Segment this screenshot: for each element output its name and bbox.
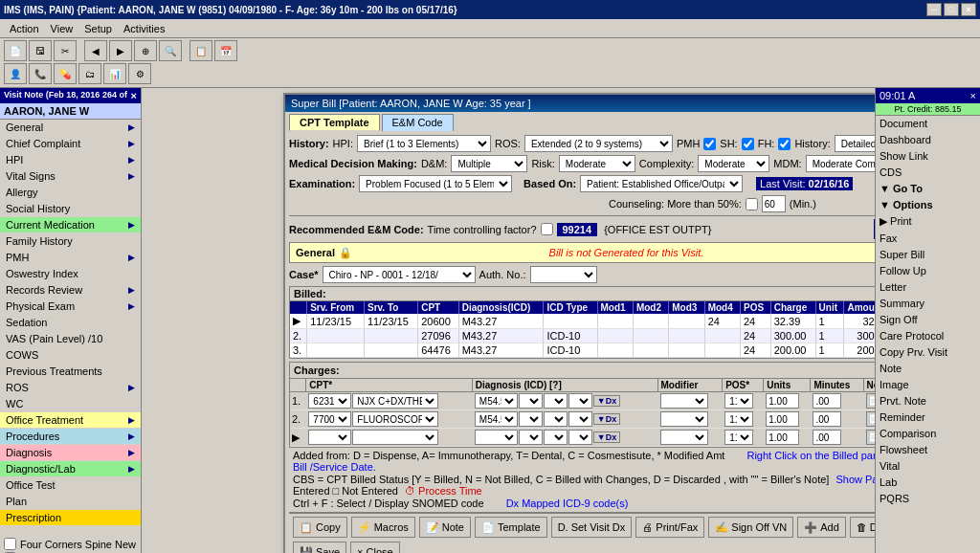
copy-button[interactable]: 📋 Copy [293, 517, 347, 538]
menu-setup[interactable]: Setup [78, 21, 118, 36]
mdm-select[interactable]: Moderate Complexity [806, 155, 875, 172]
dx1-button[interactable]: ▼Dx [593, 395, 620, 407]
menu-action[interactable]: Action [4, 21, 45, 36]
right-item-super-bill[interactable]: Super Bill [876, 247, 980, 263]
sidebar-item-sedation[interactable]: Sedation [0, 315, 141, 331]
sidebar-item-diagnosis[interactable]: Diagnosis▶ [0, 445, 141, 461]
mod3-select[interactable] [660, 430, 708, 445]
chk-four-corners[interactable] [4, 538, 16, 550]
sidebar-item-current-medication[interactable]: Current Medication▶ [0, 217, 141, 233]
mod2-select[interactable] [660, 411, 708, 427]
minutes1-input[interactable] [813, 393, 841, 409]
sidebar-item-records-review[interactable]: Records Review▶ [0, 282, 141, 299]
right-item-dashboard[interactable]: Dashboard [876, 132, 980, 148]
tb-btn-10[interactable]: 👤 [4, 63, 27, 84]
units2-input[interactable] [766, 411, 799, 427]
diag2b-select[interactable] [519, 411, 543, 427]
diag1c-select[interactable] [544, 393, 568, 409]
diag3c-select[interactable] [544, 430, 568, 445]
dx3-button[interactable]: ▼Dx [593, 431, 620, 443]
sidebar-item-pmh[interactable]: PMH▶ [0, 250, 141, 266]
tb-btn-5[interactable]: ▶ [109, 40, 132, 61]
units1-input[interactable] [766, 393, 799, 409]
diag2-select[interactable]: M54.5 [475, 411, 518, 427]
tb-btn-9[interactable]: 📅 [214, 40, 237, 61]
sidebar-item-allergy[interactable]: Allergy [0, 185, 141, 201]
sidebar-item-chief-complaint[interactable]: Chief Complaint▶ [0, 136, 141, 152]
close-button[interactable]: × Close [350, 542, 400, 553]
right-item-print[interactable]: ▶ Print [876, 213, 980, 231]
sidebar-item-procedures[interactable]: Procedures▶ [0, 429, 141, 445]
menu-activities[interactable]: Activities [118, 21, 170, 36]
sidebar-item-cows[interactable]: COWS [0, 347, 141, 364]
minutes3-input[interactable] [813, 430, 841, 445]
mod1-select[interactable] [660, 393, 708, 409]
cpt3-code-select[interactable] [308, 430, 351, 445]
tb-btn-13[interactable]: 🗂 [78, 63, 101, 84]
based-on-select[interactable]: Patient: Established Office/Outpatient [580, 175, 743, 192]
sidebar-item-general[interactable]: General▶ [0, 120, 141, 136]
tb-btn-15[interactable]: ⚙ [128, 63, 151, 84]
right-item-flowsheet[interactable]: Flowsheet [876, 442, 980, 458]
save-button[interactable]: 💾 Save [293, 542, 346, 553]
right-item-goto[interactable]: ▼ Go To [876, 181, 980, 197]
right-item-lab[interactable]: Lab [876, 475, 980, 491]
time-factor-checkbox[interactable] [541, 223, 553, 235]
exam-select[interactable]: Problem Focused (1 to 5 Elemen... [359, 175, 512, 192]
right-item-reminder[interactable]: Reminder [876, 409, 980, 426]
units3-input[interactable] [766, 430, 799, 445]
macros-button[interactable]: ⚡ Macros [351, 517, 415, 538]
case-select[interactable]: Chiro - NP - 0001 - 12/18/ [323, 266, 476, 283]
tb-btn-14[interactable]: 📊 [103, 63, 126, 84]
sidebar-item-social-history[interactable]: Social History [0, 201, 141, 217]
note1-btn[interactable]: 📄 [866, 393, 875, 409]
sidebar-item-office-treatment[interactable]: Office Treatment▶ [0, 412, 141, 429]
sidebar-item-vas[interactable]: VAS (Pain Level) /10 [0, 331, 141, 347]
billed-row-1[interactable]: ▶11/23/1511/23/1520600M43.27242432.39132… [290, 314, 875, 329]
fh-checkbox[interactable] [778, 138, 791, 150]
sidebar-item-previous-treatments[interactable]: Previous Treatments [0, 364, 141, 380]
tb-btn-8[interactable]: 📋 [189, 40, 212, 61]
sidebar-item-hpi[interactable]: HPI▶ [0, 152, 141, 168]
history-select[interactable]: Detailed [835, 135, 875, 152]
pos1-select[interactable]: 11 [724, 393, 753, 409]
right-item-sign-off[interactable]: Sign Off [876, 312, 980, 328]
print-fax-button[interactable]: 🖨 Print/Fax [635, 517, 704, 538]
right-item-vital[interactable]: Vital [876, 458, 980, 475]
sidebar-item-physical-exam[interactable]: Physical Exam▶ [0, 299, 141, 315]
hpi-select[interactable]: Brief (1 to 3 Elements) [357, 135, 491, 152]
minimize-btn[interactable]: ─ [926, 3, 942, 16]
right-item-prvt-note[interactable]: Prvt. Note [876, 393, 980, 409]
right-item-pqrs[interactable]: PQRS [876, 491, 980, 507]
sidebar-item-plan[interactable]: Plan [0, 494, 141, 510]
note-button[interactable]: 📝 Note [419, 517, 471, 538]
right-item-show-link[interactable]: Show Link [876, 148, 980, 165]
ros-select[interactable]: Extended (2 to 9 systems) [524, 135, 673, 152]
tb-btn-2[interactable]: 🖫 [29, 40, 52, 61]
sidebar-item-office-test[interactable]: Office Test [0, 477, 141, 494]
tb-btn-6[interactable]: ⊕ [134, 40, 157, 61]
tb-btn-4[interactable]: ◀ [84, 40, 107, 61]
sh-checkbox[interactable] [742, 138, 754, 150]
sidebar-item-prescription[interactable]: Prescription [0, 510, 141, 526]
tab-em-code[interactable]: E&M Code [382, 114, 454, 131]
right-item-summary[interactable]: Summary [876, 296, 980, 312]
sidebar-item-vital-signs[interactable]: Vital Signs▶ [0, 168, 141, 185]
auth-select[interactable] [530, 266, 597, 283]
right-item-options[interactable]: ▼ Options [876, 197, 980, 213]
right-item-copy-prv-visit[interactable]: Copy Prv. Visit [876, 344, 980, 361]
complexity-select[interactable]: Moderate [698, 155, 769, 172]
sign-off-vn-button[interactable]: ✍ Sign Off VN [708, 517, 793, 538]
pos3-select[interactable]: 11 [724, 430, 753, 445]
maximize-btn[interactable]: □ [944, 3, 959, 16]
menu-view[interactable]: View [45, 21, 79, 36]
cpt1-code-select[interactable]: 62311 [308, 393, 351, 409]
billed-row-2[interactable]: 2.27096M43.27ICD-1024300.001300.00Sent [290, 329, 875, 343]
risk-select[interactable]: Moderate [559, 155, 635, 172]
right-item-follow-up[interactable]: Follow Up [876, 263, 980, 279]
sidebar-item-oswestry[interactable]: Oswestry Index [0, 266, 141, 282]
close-btn[interactable]: × [961, 3, 976, 16]
diag3b-select[interactable] [519, 430, 543, 445]
delete-button[interactable]: 🗑 Delete [850, 517, 875, 538]
diag3d-select[interactable] [568, 430, 592, 445]
